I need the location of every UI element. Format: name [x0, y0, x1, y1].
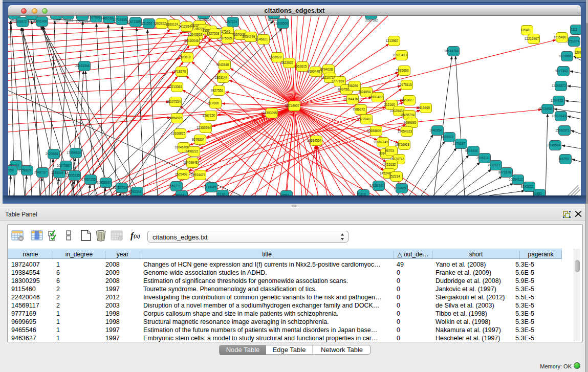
svg-text:11548: 11548: [520, 28, 530, 32]
svg-text:16782759: 16782759: [113, 186, 127, 189]
svg-text:10719185: 10719185: [113, 18, 127, 21]
svg-text:8990448: 8990448: [308, 70, 320, 73]
svg-text:1640954: 1640954: [429, 128, 442, 132]
svg-text:1156829: 1156829: [19, 168, 32, 172]
svg-text:1527602: 1527602: [88, 16, 101, 19]
svg-text:96004: 96004: [175, 193, 184, 195]
svg-text:8267150: 8267150: [203, 114, 215, 117]
svg-text:8160124: 8160124: [166, 23, 179, 26]
svg-text:3822037: 3822037: [281, 61, 294, 64]
svg-text:252214: 252214: [389, 174, 400, 178]
svg-text:9242848: 9242848: [216, 63, 229, 67]
svg-text:2935114: 2935114: [476, 156, 489, 160]
svg-text:20053346: 20053346: [75, 64, 90, 68]
svg-text:(x): (x): [134, 233, 140, 239]
svg-text:2718170: 2718170: [173, 70, 186, 73]
svg-text:10655267: 10655267: [76, 19, 91, 23]
svg-text:10688609: 10688609: [367, 129, 382, 133]
svg-text:10654112: 10654112: [509, 178, 523, 181]
svg-text:9327508: 9327508: [207, 32, 220, 35]
svg-text:12975: 12975: [574, 51, 581, 54]
svg-text:9699695: 9699695: [404, 121, 417, 124]
svg-text:20364436: 20364436: [343, 97, 358, 101]
svg-text:116753: 116753: [558, 157, 569, 161]
svg-text:18300295: 18300295: [263, 111, 277, 115]
svg-text:7625402: 7625402: [175, 172, 188, 176]
svg-text:16914479: 16914479: [191, 173, 206, 177]
svg-text:20691406: 20691406: [33, 19, 48, 23]
svg-text:9115460: 9115460: [418, 106, 430, 110]
svg-text:1244415: 1244415: [551, 99, 563, 102]
svg-text:746266: 746266: [347, 84, 358, 87]
svg-text:7357224: 7357224: [225, 20, 237, 24]
svg-text:16046766: 16046766: [175, 145, 189, 149]
svg-text:14136141: 14136141: [369, 184, 384, 187]
svg-text:90219: 90219: [357, 192, 366, 195]
svg-text:212160: 212160: [384, 103, 395, 106]
svg-text:12975115: 12975115: [398, 83, 412, 86]
svg-text:9474444: 9474444: [465, 149, 478, 152]
svg-text:12505135: 12505135: [66, 173, 80, 177]
svg-text:15692971: 15692971: [555, 128, 570, 132]
svg-text:9498222: 9498222: [186, 149, 199, 153]
svg-text:10671385: 10671385: [126, 20, 141, 24]
svg-text:1615480: 1615480: [554, 35, 567, 39]
svg-text:9227343: 9227343: [555, 69, 568, 73]
svg-text:18495794: 18495794: [400, 113, 415, 117]
svg-text:19384554: 19384554: [307, 139, 322, 142]
svg-text:12093872: 12093872: [552, 84, 567, 87]
svg-text:8215958: 8215958: [539, 107, 552, 111]
svg-text:7963822: 7963822: [154, 21, 166, 25]
svg-text:1112: 1112: [571, 28, 578, 31]
svg-text:18724007: 18724007: [285, 104, 300, 107]
svg-text:9463627: 9463627: [401, 98, 414, 102]
svg-text:10958107: 10958107: [97, 181, 112, 184]
svg-text:17016504: 17016504: [546, 143, 561, 147]
svg-text:16210722: 16210722: [321, 76, 336, 79]
svg-text:17957255: 17957255: [81, 178, 96, 181]
svg-text:7485063: 7485063: [396, 69, 409, 72]
svg-text:16409948: 16409948: [183, 161, 198, 164]
svg-text:1362615: 1362615: [294, 64, 307, 68]
svg-text:9657771: 9657771: [168, 184, 181, 188]
svg-text:2087682: 2087682: [365, 18, 378, 22]
svg-text:2942737: 2942737: [34, 170, 47, 174]
svg-text:15720407: 15720407: [357, 117, 372, 121]
svg-text:917006: 917006: [208, 101, 219, 105]
svg-text:983610: 983610: [180, 55, 191, 59]
svg-text:7986372: 7986372: [353, 107, 365, 111]
svg-text:1415132: 1415132: [383, 163, 396, 166]
svg-text:10975867: 10975867: [57, 164, 72, 167]
svg-text:77130: 77130: [216, 193, 225, 195]
svg-text:19756928: 19756928: [395, 143, 410, 146]
svg-text:6466160: 6466160: [101, 16, 114, 20]
svg-text:2020655: 2020655: [46, 152, 58, 156]
svg-text:6794028: 6794028: [320, 68, 333, 71]
svg-text:5938923: 5938923: [441, 135, 454, 139]
svg-text:17546: 17546: [221, 30, 230, 33]
svg-text:1145194: 1145194: [51, 171, 64, 174]
svg-text:96703: 96703: [385, 149, 394, 152]
svg-text:9245652: 9245652: [521, 185, 534, 188]
svg-text:12213363: 12213363: [168, 85, 183, 89]
svg-text:19654925: 19654925: [168, 116, 183, 120]
svg-text:10807487: 10807487: [368, 95, 383, 99]
svg-text:5912954: 5912954: [179, 25, 191, 28]
svg-text:16107554: 16107554: [166, 100, 181, 103]
svg-text:92450: 92450: [533, 192, 542, 195]
svg-text:13718485: 13718485: [202, 185, 217, 189]
svg-text:10025438: 10025438: [390, 109, 405, 113]
svg-text:1588520: 1588520: [269, 55, 282, 59]
svg-text:18807249: 18807249: [374, 140, 388, 144]
svg-text:6379197: 6379197: [453, 142, 466, 145]
svg-text:1733426: 1733426: [394, 186, 406, 190]
svg-text:1213967: 1213967: [386, 39, 399, 42]
svg-text:12353594: 12353594: [197, 126, 211, 129]
svg-text:16648784: 16648784: [444, 49, 459, 53]
svg-text:7632621: 7632621: [488, 163, 500, 167]
svg-text:9146821: 9146821: [255, 37, 268, 41]
svg-text:8454749: 8454749: [243, 35, 255, 38]
svg-text:8471676: 8471676: [498, 170, 511, 174]
svg-text:19218506: 19218506: [274, 21, 289, 25]
svg-text:10973493: 10973493: [393, 53, 407, 57]
